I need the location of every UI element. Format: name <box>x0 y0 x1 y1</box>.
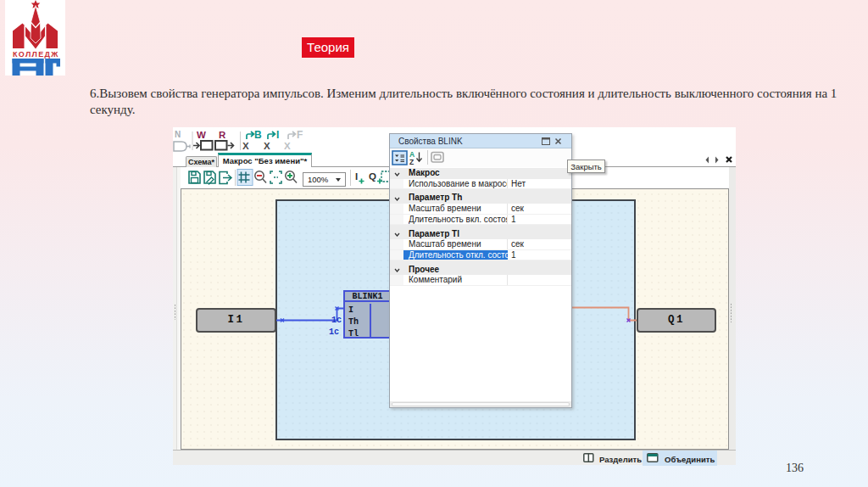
svg-text:N: N <box>175 130 181 139</box>
svg-text:X: X <box>284 141 291 151</box>
svg-text:X: X <box>242 141 249 151</box>
svg-text:КОЛЛЕДЖ: КОЛЛЕДЖ <box>13 50 58 59</box>
svg-text:W: W <box>197 130 206 140</box>
svg-text:R: R <box>219 130 226 140</box>
svg-text:Z: Z <box>409 158 414 166</box>
svg-text:I: I <box>355 171 358 182</box>
svg-text:Q: Q <box>369 171 376 182</box>
svg-text:I: I <box>276 129 279 141</box>
svg-text:X: X <box>264 141 270 151</box>
svg-text:B: B <box>254 129 262 141</box>
svg-text:F: F <box>297 129 303 141</box>
